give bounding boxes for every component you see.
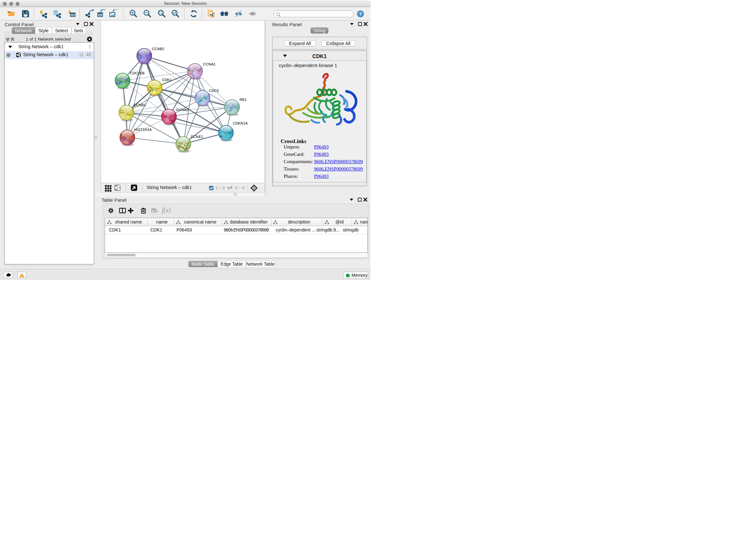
svg-text:CCNE1: CCNE1 [191, 134, 203, 138]
svg-text:HIST1H1A: HIST1H1A [134, 127, 151, 131]
svg-text:CCNA2: CCNA2 [176, 108, 188, 111]
svg-text:?: ? [359, 11, 362, 17]
svg-text:CCNA1: CCNA1 [203, 62, 215, 66]
svg-text:CDKN1A: CDKN1A [232, 121, 248, 125]
svg-text:CCNB2: CCNB2 [152, 47, 164, 51]
svg-text:CDK1: CDK1 [162, 78, 172, 81]
svg-text:CDC6: CDC6 [209, 88, 219, 92]
svg-text:RB1: RB1 [239, 98, 246, 101]
svg-text:CDC25B: CDC25B [130, 71, 145, 75]
svg-text:CCNB1: CCNB1 [133, 103, 146, 107]
